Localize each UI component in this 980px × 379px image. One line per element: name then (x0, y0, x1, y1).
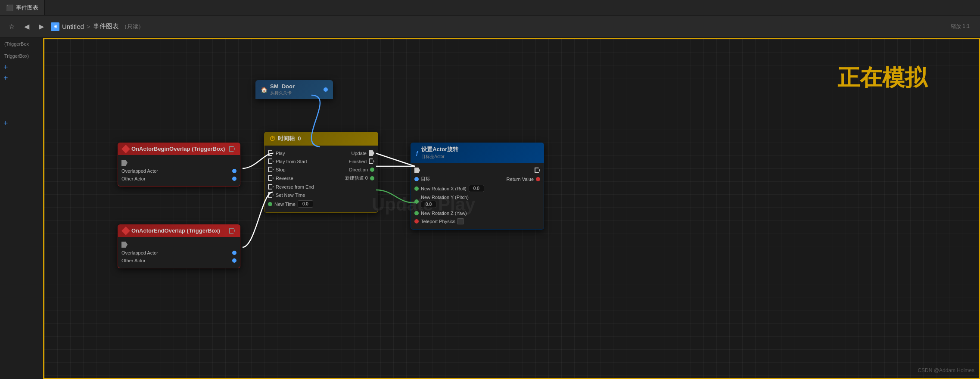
sidebar-label-2: TriggerBox) (4, 53, 29, 59)
zoom-label: 缩放 1:1 (951, 23, 970, 30)
rotation-subtitle: 目标是Actor (421, 154, 458, 160)
back-button[interactable]: ◀ (22, 21, 32, 32)
diamond-icon-begin (121, 145, 130, 153)
pin-reverse-from-end: Reverse from End (264, 183, 378, 191)
sm-door-header: 🏠 SM_Door 从持久关卡 (255, 80, 333, 99)
rotation-header: ƒ 设置Actor旋转 目标是Actor (411, 143, 544, 163)
return-value-pin[interactable] (536, 177, 540, 181)
exec-pin-begin (121, 160, 128, 166)
reverse-from-end-in[interactable] (268, 184, 274, 190)
pin-overlapped-actor-end: Overlapped Actor (118, 249, 240, 257)
pin-row-exec-end (118, 240, 240, 249)
sidebar-item-1: (TriggerBox (0, 38, 43, 50)
pin-rotation-z: New Rotation Z (Yaw) (411, 209, 544, 217)
tab-label: 事件图表 (16, 4, 38, 12)
timeline-title: 时间轴_0 (278, 135, 301, 143)
pin-set-new-time: Set New Time (264, 191, 378, 199)
event-begin-title: OnActorBeginOverlap (TriggerBox) (131, 146, 225, 152)
stop-in[interactable] (268, 167, 274, 172)
event-end-body: Overlapped Actor Other Actor (118, 237, 240, 268)
pin-teleport: Teleport Physics (411, 217, 544, 226)
event-begin-header: OnActorBeginOverlap (TriggerBox) (118, 143, 240, 155)
toolbar: ☆ ◀ ▶ ⊞ Untitled > 事件图表 （只读） 缩放 1:1 (0, 16, 980, 38)
set-new-time-in[interactable] (268, 192, 274, 198)
node-event-end[interactable]: OnActorEndOverlap (TriggerBox) Overlappe… (118, 224, 240, 268)
node-event-begin[interactable]: OnActorBeginOverlap (TriggerBox) Overlap… (118, 143, 240, 186)
new-track-pin[interactable] (370, 176, 374, 180)
play-exec-in[interactable] (268, 150, 274, 156)
pin-other-actor-end: Other Actor (118, 257, 240, 264)
pin-other-actor-begin: Other Actor (118, 175, 240, 183)
rotation-exec-in[interactable] (414, 168, 420, 173)
pin-stop: Stop Direction (264, 165, 378, 174)
diamond-icon-end (121, 227, 130, 235)
sidebar-add-1[interactable]: + (0, 62, 43, 73)
finished-exec-out[interactable] (369, 158, 374, 164)
reverse-in[interactable] (268, 175, 274, 181)
tab-bar: ⬛ 事件图表 (0, 0, 980, 16)
timeline-header: ⏱ 时间轴_0 (264, 132, 378, 146)
clock-icon: ⏱ (269, 135, 275, 142)
sidebar-label-1: (TriggerBox (4, 41, 29, 47)
event-end-exec-out[interactable] (229, 228, 235, 234)
rotation-y-input[interactable] (421, 201, 436, 208)
overlapped-actor-pin-begin[interactable] (232, 169, 236, 173)
event-begin-exec-out[interactable] (229, 146, 235, 152)
func-icon: ƒ (416, 149, 419, 156)
pin-reverse: Reverse 新建轨道 0 (264, 174, 378, 183)
sidebar: (TriggerBox TriggerBox) + + + (0, 38, 43, 379)
sidebar-add-3[interactable]: + (0, 118, 43, 129)
tab-icon: ⬛ (6, 4, 13, 11)
pin-rotation-y: New Rotation Y (Pitch) (411, 193, 544, 209)
pin-play: Play Update (264, 149, 378, 157)
new-time-pin[interactable] (268, 202, 272, 206)
pin-overlapped-actor-begin: Overlapped Actor (118, 167, 240, 175)
node-sm-door[interactable]: 🏠 SM_Door 从持久关卡 (255, 80, 333, 99)
simulate-overlay: 正在模拟 (837, 63, 927, 93)
main-area: (TriggerBox TriggerBox) + + + 正在模拟 Updat… (0, 38, 980, 379)
rotation-body: 目标 Return Value New Rotation X (Roll) Ne… (411, 163, 544, 230)
teleport-checkbox[interactable] (457, 218, 464, 224)
rotation-y-pin[interactable] (414, 199, 419, 204)
breadcrumb-grid-icon: ⊞ (51, 22, 59, 31)
play-from-start-in[interactable] (268, 158, 274, 164)
target-pin[interactable] (414, 177, 419, 181)
event-end-header: OnActorEndOverlap (TriggerBox) (118, 224, 240, 237)
timeline-body: Play Update Play from Start Finished Sto… (264, 146, 378, 213)
star-button[interactable]: ☆ (6, 21, 17, 32)
rotation-x-pin[interactable] (414, 186, 419, 191)
sm-door-subtitle: 从持久关卡 (270, 90, 295, 96)
watermark: CSDN @Addam Holmes (918, 367, 974, 373)
breadcrumb: ⊞ Untitled > 事件图表 （只读） (51, 22, 144, 31)
home-icon: 🏠 (261, 87, 268, 93)
rotation-title: 设置Actor旋转 (421, 146, 458, 153)
rotation-z-pin[interactable] (414, 211, 419, 215)
breadcrumb-separator: > (87, 23, 90, 30)
pin-target: 目标 Return Value (411, 174, 544, 183)
canvas[interactable]: 正在模拟 Update Play 🏠 SM_Door 从持久关卡 (43, 38, 980, 379)
exec-pin-end (121, 242, 128, 248)
pin-row-exec-begin (118, 158, 240, 167)
teleport-pin[interactable] (414, 219, 419, 224)
other-actor-pin-begin[interactable] (232, 177, 236, 181)
rotation-x-input[interactable] (469, 185, 484, 192)
node-set-rotation[interactable]: ƒ 设置Actor旋转 目标是Actor 目标 Return Value (411, 143, 544, 230)
overlapped-actor-pin-end[interactable] (232, 251, 236, 255)
forward-button[interactable]: ▶ (36, 21, 47, 32)
tab-event-graph[interactable]: ⬛ 事件图表 (0, 0, 45, 15)
rotation-exec-out[interactable] (535, 168, 540, 173)
sidebar-add-2[interactable]: + (0, 73, 43, 84)
other-actor-pin-end[interactable] (232, 258, 236, 263)
event-end-title: OnActorEndOverlap (TriggerBox) (131, 227, 220, 234)
pin-new-time: New Time (264, 199, 378, 209)
sidebar-item-2: TriggerBox) (0, 50, 43, 62)
update-exec-out[interactable] (369, 150, 374, 156)
sm-door-output-pin[interactable] (324, 87, 328, 92)
direction-pin[interactable] (370, 168, 374, 172)
readonly-badge: （只读） (121, 23, 144, 31)
new-time-input[interactable] (298, 200, 313, 208)
sm-door-title: SM_Door (270, 83, 295, 90)
pin-play-from-start: Play from Start Finished (264, 157, 378, 165)
node-timeline[interactable]: ⏱ 时间轴_0 Play Update Play from Start Fini… (264, 132, 378, 213)
breadcrumb-title[interactable]: Untitled (62, 23, 84, 30)
